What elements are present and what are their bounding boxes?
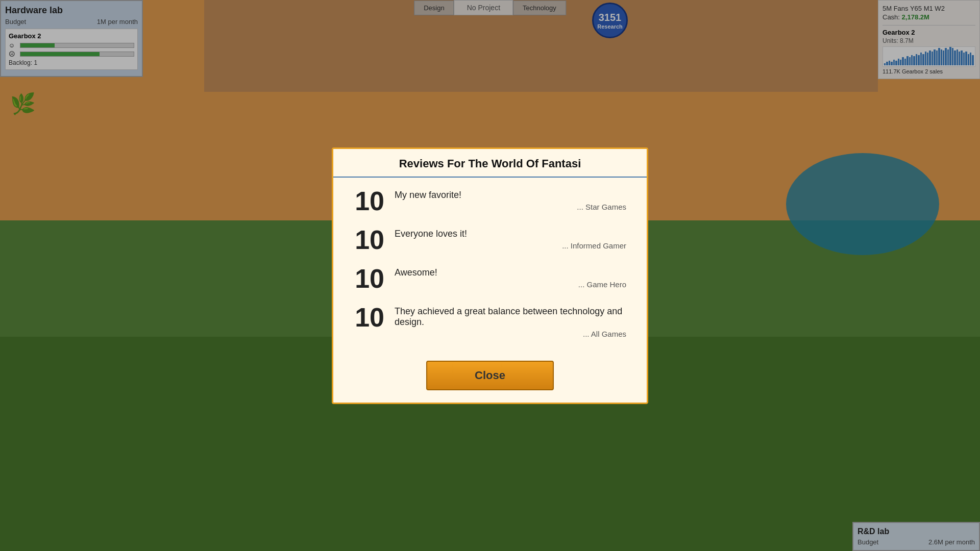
review-source-4: ... All Games <box>395 330 626 338</box>
modal-overlay: Reviews For The World Of Fantasi 10 My n… <box>0 0 980 551</box>
review-item-1: 10 My new favorite! ... Star Games <box>354 188 626 214</box>
review-source-3: ... Game Hero <box>395 280 626 289</box>
review-item-4: 10 They achieved a great balance between… <box>354 304 626 338</box>
review-score-3: 10 <box>354 265 384 292</box>
review-text-3: Awesome! ... Game Hero <box>395 265 626 289</box>
review-comment-2: Everyone loves it! <box>395 229 626 239</box>
dialog-body: 10 My new favorite! ... Star Games 10 Ev… <box>333 178 647 356</box>
review-score-1: 10 <box>354 188 384 214</box>
review-text-1: My new favorite! ... Star Games <box>395 188 626 211</box>
review-item-3: 10 Awesome! ... Game Hero <box>354 265 626 292</box>
review-comment-3: Awesome! <box>395 267 626 278</box>
dialog-title: Reviews For The World Of Fantasi <box>346 157 634 170</box>
review-source-2: ... Informed Gamer <box>395 241 626 250</box>
review-item-2: 10 Everyone loves it! ... Informed Gamer <box>354 227 626 253</box>
review-source-1: ... Star Games <box>395 203 626 211</box>
review-text-2: Everyone loves it! ... Informed Gamer <box>395 227 626 250</box>
dialog-header: Reviews For The World Of Fantasi <box>333 149 647 178</box>
close-button[interactable]: Close <box>426 361 554 390</box>
review-score-2: 10 <box>354 227 384 253</box>
reviews-dialog: Reviews For The World Of Fantasi 10 My n… <box>332 147 648 404</box>
review-comment-4: They achieved a great balance between te… <box>395 306 626 328</box>
review-score-4: 10 <box>354 304 384 331</box>
review-comment-1: My new favorite! <box>395 190 626 201</box>
dialog-footer: Close <box>333 356 647 403</box>
review-text-4: They achieved a great balance between te… <box>395 304 626 338</box>
